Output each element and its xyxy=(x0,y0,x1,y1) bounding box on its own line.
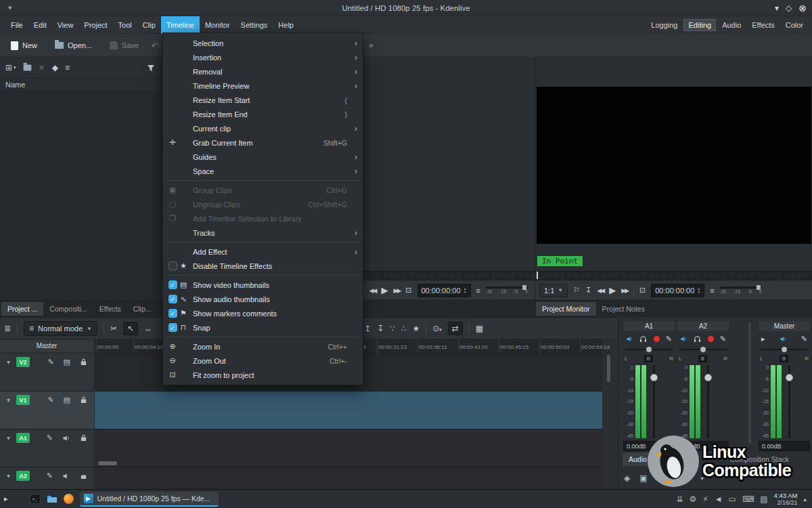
track-header-v2[interactable]: ▾ V2 ✎ ▤ xyxy=(0,354,94,391)
menu-item-selection[interactable]: Selection› xyxy=(163,36,363,50)
menu-item-disable-timeline-effects[interactable]: ★Disable Timeline Effects xyxy=(163,259,363,273)
monitor-headphones-icon[interactable] xyxy=(694,335,701,343)
speaker-icon[interactable] xyxy=(62,472,70,480)
chevron-down-icon[interactable]: ▾ xyxy=(7,472,16,480)
mute-icon[interactable] xyxy=(780,335,787,343)
db-value[interactable]: 0.00dB xyxy=(677,441,729,451)
audio-level-slider[interactable]: -30-15-50 xyxy=(720,287,762,294)
tab-project-bin[interactable]: Project ... xyxy=(1,302,43,316)
chevron-down-icon[interactable]: ▾ xyxy=(701,475,704,482)
display-icon[interactable]: ▭ xyxy=(729,494,736,504)
strip-title[interactable]: A2 xyxy=(677,321,729,331)
menu-item-add-effect[interactable]: Add Effect› xyxy=(163,245,363,259)
lock-icon[interactable] xyxy=(80,472,87,480)
record-icon[interactable] xyxy=(708,336,714,342)
workspace-effects[interactable]: Effects xyxy=(747,19,779,31)
effects-icon[interactable]: ✎ xyxy=(720,335,726,343)
balance-slider[interactable] xyxy=(761,346,808,353)
track-header-a2[interactable]: ▾ A2 ✎ xyxy=(0,467,94,489)
minimize-icon[interactable]: ▾ xyxy=(775,3,779,13)
menu-item-space[interactable]: Space› xyxy=(163,164,363,178)
project-monitor-seekbar[interactable] xyxy=(535,271,812,280)
edit-mode-select[interactable]: ≡Normal mode▼ xyxy=(24,321,97,336)
balance-slider[interactable] xyxy=(625,346,673,353)
track-badge[interactable]: A2 xyxy=(16,471,30,481)
menu-item-resize-item-end[interactable]: Resize Item End) xyxy=(163,107,363,121)
zoom-select[interactable]: 1:1▼ xyxy=(539,284,568,297)
fader-handle[interactable] xyxy=(786,374,793,381)
tags-icon[interactable]: ◆ xyxy=(52,63,58,72)
video-thumbnails-icon[interactable]: ▤ xyxy=(64,396,70,404)
tab-compositions[interactable]: Compositi... xyxy=(43,302,93,316)
maximize-icon[interactable]: ◇ xyxy=(786,3,792,13)
menu-item-current-clip[interactable]: Current clip› xyxy=(163,121,363,135)
tab-project-monitor[interactable]: Project Monitor xyxy=(536,302,596,316)
record-icon[interactable] xyxy=(654,336,660,342)
play-icon[interactable]: ▶ xyxy=(609,285,616,295)
favorite-effects-icon[interactable]: ★ xyxy=(412,324,420,333)
zone-icon[interactable]: ⊡ xyxy=(639,286,646,295)
settings-icon[interactable]: ⚙ xyxy=(690,494,697,504)
fast-forward-icon[interactable]: ▶▶ xyxy=(621,287,628,294)
menu-item-resize-item-start[interactable]: Resize Item Start( xyxy=(163,93,363,107)
master-button[interactable]: Master xyxy=(0,340,93,352)
view-mode-icon[interactable]: ⊞▾ xyxy=(5,63,16,72)
timecode-spinner[interactable]: ▲▼ xyxy=(697,287,700,294)
workspace-audio[interactable]: Audio xyxy=(717,19,746,31)
project-timecode[interactable]: 00:00:00:00▲▼ xyxy=(651,284,704,297)
menu-item-removal[interactable]: Removal› xyxy=(163,64,363,79)
strip-title[interactable]: Master xyxy=(759,321,810,331)
subtitle-grid-icon[interactable]: ▦ xyxy=(476,324,483,333)
zone-icon[interactable]: ⊡ xyxy=(405,286,411,295)
video-thumbnails-icon[interactable]: ▤ xyxy=(64,358,70,366)
effects-icon[interactable]: ✎ xyxy=(666,335,672,343)
menubar-item-edit[interactable]: Edit xyxy=(28,16,52,34)
extract-zone-icon[interactable]: ∵ xyxy=(390,324,395,333)
menubar-item-monitor[interactable]: Monitor xyxy=(200,16,235,34)
menu-item-tracks[interactable]: Tracks› xyxy=(163,226,363,240)
rewind-icon[interactable]: ◀◀ xyxy=(597,287,604,294)
insert-zone-icon[interactable]: ↥ xyxy=(364,324,371,333)
mute-icon[interactable] xyxy=(626,335,633,343)
menu-item-timeline-preview[interactable]: Timeline Preview› xyxy=(163,79,363,93)
track-badge[interactable]: A1 xyxy=(16,433,30,443)
save-effect-icon[interactable]: ▣ xyxy=(639,473,647,483)
speaker-icon[interactable] xyxy=(62,434,70,442)
create-folder-icon[interactable] xyxy=(23,64,32,71)
menu-item-snap[interactable]: ✓⊓Snap xyxy=(163,320,363,335)
track-config-icon[interactable]: ≣ xyxy=(4,324,11,333)
firefox-icon[interactable] xyxy=(64,494,74,504)
overwrite-zone-icon[interactable]: ↧ xyxy=(377,324,384,333)
track-badge[interactable]: V1 xyxy=(16,395,30,405)
monitor-menu-icon[interactable]: ≡ xyxy=(710,287,714,295)
workspace-logging[interactable]: Logging xyxy=(646,19,682,31)
mix-clips-icon[interactable]: ⇄ xyxy=(448,322,463,335)
timeline-horizontal-scrollbar[interactable] xyxy=(98,461,117,465)
track-header-v1[interactable]: ▾ V1 ✎ ▤ xyxy=(0,391,94,429)
panel-arrow-icon[interactable]: ▸ xyxy=(4,494,8,503)
chevron-down-icon[interactable]: ▾ xyxy=(7,396,16,404)
titlebar[interactable]: ▾ Untitled / HD 1080p 25 fps - Kdenlive … xyxy=(0,0,812,16)
edit-icon[interactable]: ✎ xyxy=(47,358,53,366)
menu-item-show-markers-comments[interactable]: ✓⚑Show markers comments xyxy=(163,306,363,320)
fader-handle[interactable] xyxy=(650,374,658,381)
volume-fader[interactable] xyxy=(784,365,794,438)
track-badge[interactable]: V2 xyxy=(16,357,30,367)
konsole-icon[interactable]: >_ xyxy=(30,494,41,504)
menu-item-fit-zoom-to-project[interactable]: ⊡Fit zoom to project xyxy=(163,368,363,382)
chevron-down-icon[interactable]: ▾ xyxy=(7,434,16,442)
power-icon[interactable]: ⚡ xyxy=(702,494,708,504)
tab-project-notes[interactable]: Project Notes xyxy=(596,302,651,316)
chevron-down-icon[interactable]: ▾ xyxy=(675,475,677,482)
track-lane-v1[interactable] xyxy=(95,391,602,429)
mute-icon[interactable] xyxy=(680,335,687,343)
monitor-headphones-icon[interactable] xyxy=(639,335,647,343)
goto-zone-icon[interactable]: ↧ xyxy=(585,286,591,295)
db-value[interactable]: 0.00dB xyxy=(623,441,675,451)
add-icon[interactable]: + xyxy=(687,473,692,483)
menu-item-zoom-out[interactable]: ⊖Zoom OutCtrl+- xyxy=(163,354,363,368)
panel-expand-icon[interactable]: ▴ xyxy=(803,496,807,503)
open-button[interactable]: Open... xyxy=(49,37,97,54)
monitor-menu-icon[interactable]: ≡ xyxy=(476,287,480,295)
fit-zoom-icon[interactable]: ↔ xyxy=(657,473,665,483)
